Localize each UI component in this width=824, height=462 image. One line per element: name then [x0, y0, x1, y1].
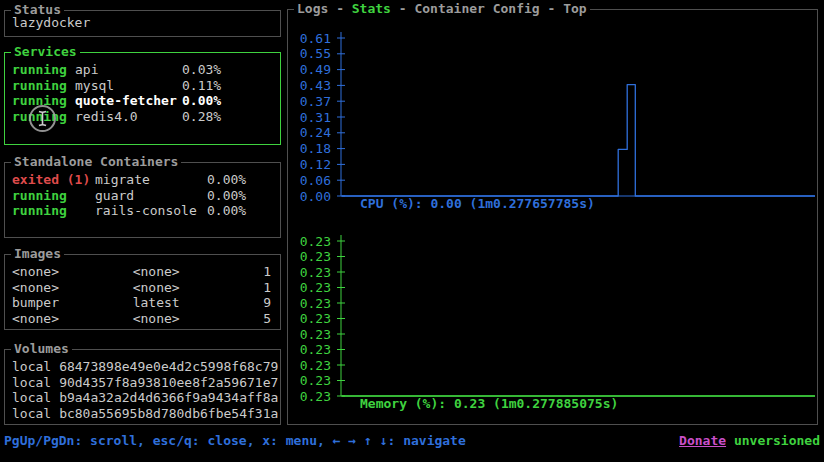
image-count: 1 — [180, 280, 280, 296]
keybindings-bar: PgUp/PgDn: scroll, esc/q: close, x: menu… — [4, 433, 466, 448]
image-repo: <none> — [12, 280, 133, 296]
volumes-list: local68473898e49e0e4d2c5998f68c79local90… — [5, 350, 280, 422]
tab-top[interactable]: Top — [563, 1, 586, 16]
status-panel-title: Status — [11, 3, 64, 16]
container-cpu-percent: 0.00% — [207, 203, 246, 219]
svg-text:0.06: 0.06 — [300, 173, 331, 188]
svg-text:0.31: 0.31 — [300, 110, 331, 125]
service-row[interactable]: runningapi0.03% — [12, 62, 280, 78]
image-row[interactable]: <none><none>1 — [12, 280, 280, 296]
svg-text:0.23: 0.23 — [300, 358, 331, 373]
svg-text:0.23: 0.23 — [300, 342, 331, 357]
tab-separator: - — [540, 1, 563, 16]
service-status: running — [12, 62, 75, 78]
services-panel[interactable]: Services runningapi0.03%runningmysql0.11… — [4, 52, 281, 145]
tab-stats[interactable]: Stats — [352, 1, 391, 16]
service-status: running — [12, 109, 75, 125]
service-cpu-percent: 0.11% — [182, 78, 221, 94]
memory-caption: Memory (%): 0.23 (1m0.277885075s) — [360, 397, 618, 411]
services-list: runningapi0.03%runningmysql0.11%runningq… — [5, 53, 280, 125]
standalone-panel-title: Standalone Containers — [11, 155, 181, 168]
service-status: running — [12, 78, 75, 94]
container-name: guard — [95, 188, 207, 204]
image-tag: <none> — [133, 264, 180, 280]
container-name: migrate — [95, 172, 207, 188]
images-panel-title: Images — [11, 247, 64, 260]
container-cpu-percent: 0.00% — [207, 172, 246, 188]
tab-separator: - — [391, 1, 414, 16]
image-row[interactable]: bumperlatest9 — [12, 295, 280, 311]
status-panel[interactable]: Status lazydocker — [4, 10, 281, 37]
volume-id: bc80a55695b8d780db6fbe54f31a — [59, 406, 278, 422]
standalone-containers-panel[interactable]: Standalone Containers exited (1)migrate0… — [4, 162, 281, 238]
main-panel-tabs: Logs - Stats - Container Config - Top — [294, 2, 590, 15]
service-name: redis4.0 — [75, 109, 182, 125]
svg-text:0.23: 0.23 — [300, 280, 331, 295]
svg-text:0.23: 0.23 — [300, 311, 331, 326]
image-repo: <none> — [12, 264, 133, 280]
volumes-panel-title: Volumes — [11, 342, 72, 355]
service-name: quote-fetcher — [75, 93, 182, 109]
svg-text:0.37: 0.37 — [300, 94, 331, 109]
volume-row[interactable]: local68473898e49e0e4d2c5998f68c79 — [12, 359, 280, 375]
image-row[interactable]: <none><none>5 — [12, 311, 280, 327]
service-row[interactable]: runningredis4.00.28% — [12, 109, 280, 125]
svg-text:0.43: 0.43 — [300, 78, 331, 93]
container-name: rails-console — [95, 203, 207, 219]
services-panel-title: Services — [11, 45, 80, 58]
version-label: unversioned — [734, 433, 820, 448]
service-row[interactable]: runningmysql0.11% — [12, 78, 280, 94]
standalone-list: exited (1)migrate0.00%runningguard0.00%r… — [5, 163, 280, 219]
main-panel: Logs - Stats - Container Config - Top 0.… — [287, 9, 818, 425]
svg-text:0.23: 0.23 — [300, 234, 331, 249]
service-cpu-percent: 0.28% — [182, 109, 221, 125]
tab-separator: - — [328, 1, 351, 16]
image-repo: bumper — [12, 295, 133, 311]
volume-id: 90d4357f8a93810ee8f2a59671e7 — [59, 375, 278, 391]
image-row[interactable]: <none><none>1 — [12, 264, 280, 280]
service-cpu-percent: 0.03% — [182, 62, 221, 78]
volume-row[interactable]: localb9a4a32a2d4d6366f9a9434aff8a — [12, 390, 280, 406]
container-row[interactable]: runningguard0.00% — [12, 188, 280, 204]
volume-driver: local — [12, 375, 51, 391]
image-count: 1 — [180, 264, 280, 280]
svg-text:0.23: 0.23 — [300, 373, 331, 388]
donate-link[interactable]: Donate — [679, 433, 726, 448]
svg-text:0.61: 0.61 — [300, 31, 331, 46]
volumes-panel[interactable]: Volumes local68473898e49e0e4d2c5998f68c7… — [4, 349, 281, 425]
svg-text:0.24: 0.24 — [300, 125, 331, 140]
volume-row[interactable]: local90d4357f8a93810ee8f2a59671e7 — [12, 375, 280, 391]
svg-text:0.00: 0.00 — [300, 189, 331, 204]
tab-logs[interactable]: Logs — [297, 1, 328, 16]
svg-text:0.23: 0.23 — [300, 296, 331, 311]
tab-container-config[interactable]: Container Config — [414, 1, 539, 16]
volume-id: b9a4a32a2d4d6366f9a9434aff8a — [59, 390, 278, 406]
svg-text:0.23: 0.23 — [300, 389, 331, 404]
svg-text:0.55: 0.55 — [300, 46, 331, 61]
image-count: 5 — [180, 311, 280, 327]
container-row[interactable]: exited (1)migrate0.00% — [12, 172, 280, 188]
service-row[interactable]: runningquote-fetcher0.00% — [12, 93, 280, 109]
volume-driver: local — [12, 390, 51, 406]
service-name: api — [75, 62, 182, 78]
image-tag: latest — [133, 295, 180, 311]
svg-text:0.23: 0.23 — [300, 327, 331, 342]
svg-text:0.18: 0.18 — [300, 141, 331, 156]
svg-text:0.49: 0.49 — [300, 62, 331, 77]
service-name: mysql — [75, 78, 182, 94]
service-status: running — [12, 93, 75, 109]
image-tag: <none> — [133, 311, 180, 327]
volume-driver: local — [12, 406, 51, 422]
container-status: running — [12, 188, 95, 204]
memory-chart: 0.230.230.230.230.230.230.230.230.230.23… — [289, 233, 817, 411]
images-panel[interactable]: Images <none><none>1<none><none>1bumperl… — [4, 254, 281, 330]
volume-driver: local — [12, 359, 51, 375]
images-list: <none><none>1<none><none>1bumperlatest9<… — [5, 255, 280, 327]
keybar-right: Donate unversioned — [679, 433, 820, 448]
volume-row[interactable]: localbc80a55695b8d780db6fbe54f31a — [12, 406, 280, 422]
container-cpu-percent: 0.00% — [207, 188, 246, 204]
container-status: exited (1) — [12, 172, 95, 188]
volume-id: 68473898e49e0e4d2c5998f68c79 — [59, 359, 278, 375]
container-row[interactable]: runningrails-console0.00% — [12, 203, 280, 219]
image-count: 9 — [180, 295, 280, 311]
